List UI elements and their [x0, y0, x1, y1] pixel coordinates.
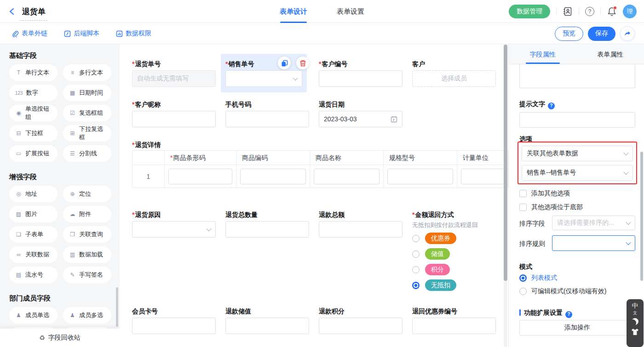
back-icon[interactable]: [8, 7, 16, 16]
sidebar-item-extend-button[interactable]: ▭扩展按钮: [9, 145, 58, 162]
data-manage-button[interactable]: 数据管理: [509, 5, 550, 18]
sidebar-item-address[interactable]: ◎地址: [9, 186, 58, 202]
panel-scrollbar[interactable]: [640, 152, 643, 281]
radio-coupon[interactable]: [412, 235, 420, 242]
field-refund-total[interactable]: 退款总额: [319, 210, 402, 238]
field-return-order-no[interactable]: 退货单号 自动生成无需填写: [132, 59, 216, 87]
canvas-scrollbar[interactable]: [504, 45, 507, 281]
field-return-reason[interactable]: 退货原因: [132, 210, 216, 238]
help-icon[interactable]: [585, 7, 594, 16]
sidebar-item-datetime[interactable]: ▦日期时间: [63, 85, 111, 101]
radio-points[interactable]: [412, 266, 420, 273]
sidebar-item-checkbox-group[interactable]: ☑复选框组: [63, 105, 111, 121]
sidebar-item-relation-data[interactable]: ∞关联数据: [9, 246, 58, 263]
radio-stored-value[interactable]: [412, 250, 420, 258]
list-mode-row[interactable]: 列表模式: [519, 274, 557, 282]
sidebar-item-divider-line[interactable]: ☰分割线: [63, 145, 111, 162]
tab-form-settings[interactable]: 表单设置: [337, 0, 364, 23]
customer-nickname-input[interactable]: [132, 111, 216, 127]
product-code-cell-input[interactable]: [240, 169, 306, 184]
refund-total-input[interactable]: [319, 221, 402, 238]
sidebar-item-subform[interactable]: ❏子表单: [9, 226, 58, 243]
sidebar-item-data-load[interactable]: ▥数据加载: [63, 246, 111, 263]
dark-mode-moon-icon[interactable]: [632, 318, 638, 325]
sidebar-item-radio-group[interactable]: ◉单选按钮组: [9, 105, 58, 121]
contact-book-icon[interactable]: [563, 6, 573, 17]
share-button[interactable]: [620, 26, 635, 41]
data-permission-link[interactable]: 数据权限: [116, 29, 151, 38]
sidebar-item-relation-query[interactable]: ❐关联查询: [63, 226, 111, 243]
list-mode-radio[interactable]: [519, 274, 527, 282]
customer-no-input[interactable]: [319, 70, 402, 87]
notification-bell-icon[interactable]: [607, 6, 617, 17]
total-qty-input[interactable]: [225, 221, 309, 238]
sidebar-item-serial-number[interactable]: ▤流水号: [9, 267, 58, 283]
sidebar-item-dropdown[interactable]: ⊟下拉框: [9, 125, 58, 142]
help-icon[interactable]: [565, 311, 572, 318]
sort-rule-select[interactable]: [552, 235, 635, 251]
hint-text-input[interactable]: [519, 112, 635, 128]
sidebar-item-member-multi[interactable]: ♟成员多选: [63, 307, 111, 324]
sidebar-item-signature[interactable]: ✎手写签名: [63, 267, 111, 283]
sidebar-item-image[interactable]: ▨图片: [9, 206, 58, 222]
sort-field-select[interactable]: 请选择需要排序的...: [552, 216, 635, 230]
field-total-qty[interactable]: 退货总数量: [225, 210, 309, 238]
other-option-bottom-row[interactable]: 其他选项位于底部: [519, 203, 583, 211]
phone-input[interactable]: [225, 111, 309, 127]
field-refund-method[interactable]: 金额退回方式 无抵扣则按付款流程退回 优惠券 储值 积分 无抵扣: [412, 210, 504, 291]
radio-no-deduction[interactable]: [412, 282, 420, 289]
sidebar-item-number[interactable]: 123数字: [9, 85, 58, 101]
sidebar-item-location[interactable]: ⊕定位: [63, 186, 111, 202]
add-other-option-checkbox[interactable]: [519, 190, 527, 197]
return-detail-subtable[interactable]: 商品条形码 商品编码 商品名称 规格型号 计量单位 1: [132, 150, 508, 188]
return-reason-select[interactable]: [132, 221, 216, 238]
sales-order-no-select[interactable]: [225, 70, 302, 87]
sidebar-scrollbar[interactable]: [116, 287, 118, 327]
editable-mode-row[interactable]: 可编辑模式(仅移动端有效): [519, 287, 606, 296]
sidebar-item-member-single[interactable]: ♟成员单选: [9, 307, 58, 324]
delete-field-button[interactable]: [296, 57, 309, 69]
field-recycle-bin[interactable]: ♻ 字段回收站: [0, 329, 120, 347]
tab-field-properties[interactable]: 字段属性: [509, 44, 576, 64]
select-member-button[interactable]: 选择成员: [412, 70, 496, 87]
unit-cell-input[interactable]: [461, 169, 508, 184]
save-button[interactable]: 保存: [588, 27, 615, 41]
other-option-bottom-checkbox[interactable]: [519, 204, 527, 211]
field-title-textarea[interactable]: [519, 64, 635, 88]
field-coupon-no[interactable]: 退回优惠券编号: [412, 307, 496, 334]
page-title[interactable]: 退货单: [20, 6, 47, 21]
tab-form-properties[interactable]: 表单属性: [576, 44, 644, 64]
field-refund-points[interactable]: 退款积分: [319, 307, 402, 334]
add-other-option-row[interactable]: 添加其他选项: [519, 189, 570, 198]
sidebar-item-multi-dropdown[interactable]: ⊞下拉复选框: [63, 125, 111, 142]
tag-points[interactable]: 积分: [425, 264, 450, 275]
tag-no-deduction[interactable]: 无抵扣: [425, 279, 456, 291]
backend-script-link[interactable]: 后端脚本: [64, 29, 99, 38]
add-action-button[interactable]: 添加操作: [519, 320, 635, 336]
field-customer-no[interactable]: 客户编号: [319, 59, 402, 87]
field-member-card[interactable]: 会员卡号: [132, 307, 216, 334]
field-refund-stored[interactable]: 退款储值: [225, 307, 309, 334]
field-customer[interactable]: 客户 选择成员: [412, 59, 496, 87]
member-card-input[interactable]: [132, 318, 216, 334]
editable-mode-radio[interactable]: [519, 288, 527, 295]
help-icon[interactable]: [548, 102, 555, 109]
return-date-input[interactable]: 2023-03-03: [319, 111, 402, 127]
field-sales-order-no-selected[interactable]: 销售单号: [221, 54, 307, 92]
tab-form-design[interactable]: 表单设计: [280, 0, 307, 23]
field-phone[interactable]: 手机号码: [225, 100, 309, 127]
option-field-select[interactable]: 销售单--销售单号: [522, 165, 633, 181]
preview-button[interactable]: 预览: [555, 27, 583, 41]
sidebar-item-single-line-text[interactable]: T单行文本: [9, 64, 58, 81]
coupon-no-input[interactable]: [412, 318, 496, 334]
form-external-link[interactable]: 表单外链: [12, 29, 47, 38]
field-return-date[interactable]: 退货日期 2023-03-03: [319, 100, 402, 127]
barcode-cell-input[interactable]: [168, 169, 232, 184]
refund-stored-input[interactable]: [225, 318, 309, 334]
tag-stored-value[interactable]: 储值: [425, 248, 450, 260]
sidebar-item-multi-line-text[interactable]: ≡多行文本: [63, 64, 111, 81]
refund-points-input[interactable]: [319, 318, 402, 334]
avatar[interactable]: 理: [623, 5, 637, 18]
field-customer-nickname[interactable]: 客户昵称: [132, 100, 216, 127]
copy-field-button[interactable]: [278, 57, 291, 69]
